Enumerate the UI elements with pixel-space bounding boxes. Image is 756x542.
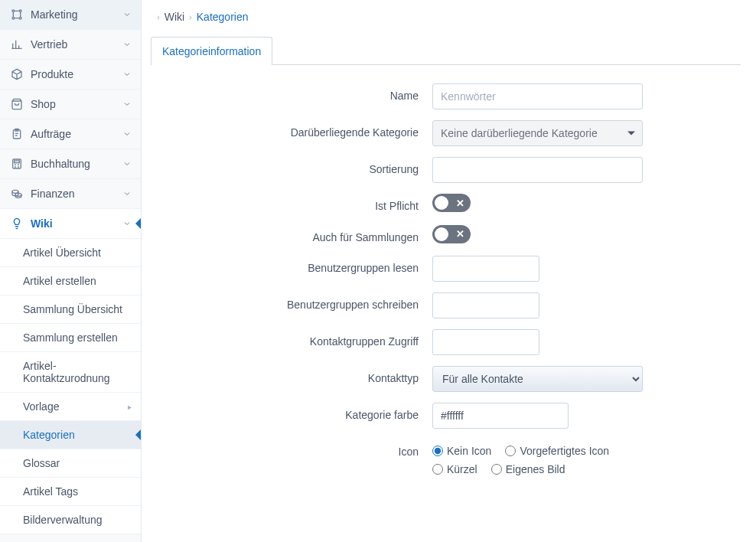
lightbulb-icon xyxy=(11,217,23,230)
sidebar-item-label: Finanzen xyxy=(31,188,122,200)
sidebar-item-marketing[interactable]: Marketing xyxy=(0,0,141,30)
select-value: Keine darüberliegende Kategorie xyxy=(441,127,598,139)
contact-groups-input[interactable] xyxy=(432,329,539,355)
radio-custom-image[interactable]: Eigenes Bild xyxy=(491,463,565,475)
sidebar-sub-vorlage[interactable]: Vorlage▸ xyxy=(0,393,141,421)
sidebar-sub-label: Glossar xyxy=(23,457,60,469)
sidebar-item-label: Marketing xyxy=(31,8,122,21)
breadcrumb-item[interactable]: Wiki xyxy=(165,11,184,23)
sidebar-sub-label: Sammlung erstellen xyxy=(23,331,118,344)
sidebar-sub-label: Artikel erstellen xyxy=(23,275,96,287)
radio-preset-icon[interactable]: Vorgefertigtes Icon xyxy=(505,445,609,457)
sidebar-sub-label: Sammlung Übersicht xyxy=(23,303,122,315)
svg-point-10 xyxy=(18,167,19,168)
clipboard-icon xyxy=(11,128,23,140)
required-toggle[interactable]: ✕ xyxy=(432,194,471,212)
radio-input[interactable] xyxy=(505,446,516,456)
label-required: Ist Pflicht xyxy=(142,194,432,214)
radio-label: Eigenes Bild xyxy=(506,463,565,475)
svg-rect-6 xyxy=(15,161,20,163)
svg-point-2 xyxy=(12,17,15,19)
sidebar-item-label: Aufträge xyxy=(31,128,122,140)
write-groups-input[interactable] xyxy=(432,292,539,318)
breadcrumb: › Wiki › Kategorien xyxy=(142,0,756,34)
toggle-knob xyxy=(435,196,448,210)
sidebar-item-vertrieb[interactable]: Vertrieb xyxy=(0,30,141,60)
bar-chart-icon xyxy=(11,38,23,51)
sidebar-sub-label: Bilderverwaltung xyxy=(23,514,103,526)
sidebar-sub-sammlung-erstellen[interactable]: Sammlung erstellen xyxy=(0,324,141,352)
svg-point-8 xyxy=(18,165,19,165)
sidebar-sub-label: Artikel Übersicht xyxy=(23,247,101,259)
svg-point-9 xyxy=(15,167,16,168)
sidebar-sub-kategorien[interactable]: Kategorien xyxy=(0,421,141,449)
sidebar-sub-artikel-erstellen[interactable]: Artikel erstellen xyxy=(0,267,141,295)
x-icon: ✕ xyxy=(456,228,464,240)
contact-type-select[interactable]: Für alle Kontakte xyxy=(432,366,643,392)
svg-point-1 xyxy=(19,10,21,12)
sidebar-sub-sammlung-uebersicht[interactable]: Sammlung Übersicht xyxy=(0,295,141,324)
sidebar-item-label: Buchhaltung xyxy=(31,158,122,170)
radio-abbrev[interactable]: Kürzel xyxy=(432,463,477,475)
sidebar-sub-artikel-tags[interactable]: Artikel Tags xyxy=(0,478,141,506)
sort-input[interactable] xyxy=(432,157,643,183)
main-content: › Wiki › Kategorien Kategorieinformation… xyxy=(142,0,756,542)
form: Name Darüberliegende Kategorie Keine dar… xyxy=(142,65,756,517)
svg-point-7 xyxy=(15,165,16,165)
radio-input[interactable] xyxy=(432,464,443,475)
sidebar-sub-artikel-kontaktzuordnung[interactable]: Artikel-Kontaktzurodnung xyxy=(0,352,141,393)
sidebar: Marketing Vertrieb Produkte Shop Aufträg… xyxy=(0,0,142,542)
svg-point-0 xyxy=(12,10,15,12)
chevron-down-icon xyxy=(122,40,132,49)
read-groups-input[interactable] xyxy=(432,256,539,282)
sidebar-item-label: Shop xyxy=(31,98,122,110)
parent-category-select[interactable]: Keine darüberliegende Kategorie xyxy=(432,120,643,146)
sidebar-item-buchhaltung[interactable]: Buchhaltung xyxy=(0,149,141,179)
label-parent-category: Darüberliegende Kategorie xyxy=(142,120,432,141)
sidebar-item-label: Vertrieb xyxy=(31,38,122,51)
chevron-down-icon xyxy=(122,10,132,19)
label-contact-type: Kontakttyp xyxy=(142,366,432,387)
label-read-groups: Benutzergruppen lesen xyxy=(142,256,432,276)
calculator-icon xyxy=(11,158,23,170)
chevron-down-icon xyxy=(122,159,132,168)
sidebar-sub-label: Kategorien xyxy=(23,429,75,441)
collections-toggle[interactable]: ✕ xyxy=(432,225,471,243)
chevron-right-icon: › xyxy=(189,12,192,21)
sidebar-item-finanzen[interactable]: Finanzen xyxy=(0,179,141,209)
label-color: Kategorie farbe xyxy=(142,403,432,423)
sidebar-sub-label: Artikel-Kontaktzurodnung xyxy=(23,360,132,384)
chevron-right-icon: ▸ xyxy=(128,403,132,411)
radio-input[interactable] xyxy=(432,446,443,456)
chevron-down-icon xyxy=(122,70,132,79)
sidebar-submenu: Artikel Übersicht Artikel erstellen Samm… xyxy=(0,239,141,534)
toggle-knob xyxy=(435,227,448,241)
radio-input[interactable] xyxy=(491,464,502,475)
network-icon xyxy=(11,8,23,21)
sidebar-sub-label: Artikel Tags xyxy=(23,485,78,498)
label-collections: Auch für Sammlungen xyxy=(142,225,432,246)
sidebar-sub-artikel-uebersicht[interactable]: Artikel Übersicht xyxy=(0,239,141,267)
breadcrumb-item[interactable]: Kategorien xyxy=(197,11,249,23)
sidebar-sub-bilderverwaltung[interactable]: Bilderverwaltung xyxy=(0,506,141,534)
color-input[interactable] xyxy=(432,403,569,429)
sidebar-sub-glossar[interactable]: Glossar xyxy=(0,449,141,478)
chevron-down-icon xyxy=(122,219,132,228)
sidebar-item-produkte[interactable]: Produkte xyxy=(0,60,141,90)
chevron-right-icon: › xyxy=(157,12,160,21)
svg-point-3 xyxy=(19,17,21,19)
radio-no-icon[interactable]: Kein Icon xyxy=(432,445,491,457)
sidebar-item-auftraege[interactable]: Aufträge xyxy=(0,119,141,149)
label-write-groups: Benutzergruppen schreiben xyxy=(142,292,432,313)
chevron-down-icon xyxy=(122,129,132,139)
radio-label: Kein Icon xyxy=(447,445,491,457)
coins-icon xyxy=(11,188,23,200)
cube-icon xyxy=(11,68,23,80)
label-contact-groups: Kontaktgruppen Zugriff xyxy=(142,329,432,350)
sidebar-item-wiki[interactable]: Wiki xyxy=(0,209,141,239)
sidebar-item-shop[interactable]: Shop xyxy=(0,90,141,119)
tab-kategorieinformation[interactable]: Kategorieinformation xyxy=(151,37,272,65)
tabs: Kategorieinformation xyxy=(151,37,741,65)
label-name: Name xyxy=(142,83,432,104)
name-input[interactable] xyxy=(432,83,643,109)
